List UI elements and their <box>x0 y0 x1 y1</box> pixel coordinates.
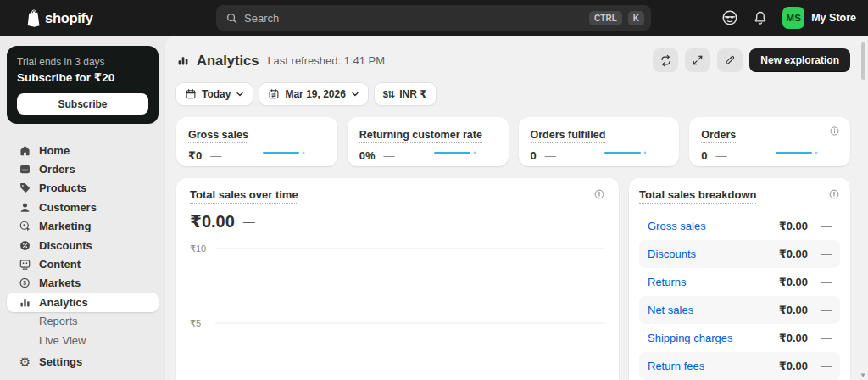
subscribe-button[interactable]: Subscribe <box>17 93 148 115</box>
shortcut-k-key: K <box>628 11 644 25</box>
sidebar-item-products[interactable]: Products <box>7 179 159 198</box>
y-axis-tick: ₹5 <box>190 318 215 329</box>
sidebar-item-analytics[interactable]: Analytics <box>7 293 159 311</box>
search-icon <box>225 12 238 25</box>
sparkline-chart <box>776 147 821 155</box>
notifications-bell-icon[interactable] <box>753 10 768 25</box>
metric-title-link[interactable]: Gross sales <box>188 129 248 143</box>
sidebar-item-label: Reports <box>39 315 78 327</box>
breakdown-row-shipping-charges: Shipping charges ₹0.00 — <box>639 324 840 352</box>
products-tag-icon <box>19 182 31 194</box>
sidebar-item-live-view[interactable]: Live View <box>7 331 159 349</box>
breakdown-value: ₹0.00 <box>759 276 808 288</box>
sidebar-item-marketing[interactable]: Marketing <box>7 217 159 236</box>
sidebar-item-orders[interactable]: Orders <box>7 159 159 178</box>
content-media-icon <box>19 258 31 271</box>
shopify-logo[interactable]: shopify <box>24 0 93 36</box>
breakdown-row-returns: Returns ₹0.00 — <box>639 268 840 296</box>
calendar-compare-icon <box>268 88 280 100</box>
total-sales-breakdown-card: Total sales breakdown Gross sales ₹0.00 … <box>629 178 850 380</box>
breakdown-label-link[interactable]: Return fees <box>648 360 759 372</box>
metric-value: ₹0 <box>188 149 202 162</box>
breakdown-label-link[interactable]: Shipping charges <box>648 332 759 344</box>
metric-card-returning-customer-rate: Returning customer rate 0% — <box>348 117 509 166</box>
sidebar-item-markets[interactable]: $ Markets <box>7 274 159 293</box>
breakdown-row-return-fees: Return fees ₹0.00 — <box>639 352 840 380</box>
breakdown-delta: — <box>808 276 832 288</box>
breakdown-value: ₹0.00 <box>759 304 808 316</box>
date-range-picker[interactable]: Today <box>176 83 253 105</box>
refresh-icon <box>659 54 672 67</box>
currency-label: INR ₹ <box>399 88 426 100</box>
sidebar-item-customers[interactable]: Customers <box>7 198 159 216</box>
sparkline-chart <box>434 147 480 155</box>
metric-delta: — <box>384 149 395 162</box>
metric-title-link[interactable]: Returning customer rate <box>359 129 482 143</box>
breakdown-label-link[interactable]: Discounts <box>648 248 759 260</box>
total-sales-over-time-card: Total sales over time ₹0.00 — ₹10 ₹5 ₹0 <box>176 178 619 380</box>
analytics-bars-icon <box>19 296 31 309</box>
sidebar-item-settings[interactable]: ⚙ Settings <box>7 353 159 372</box>
markets-globe-icon: $ <box>19 277 31 289</box>
topbar: shopify CTRL K MS My Store <box>0 0 868 36</box>
chevron-down-icon <box>351 90 359 98</box>
compare-date-picker[interactable]: Mar 19, 2026 <box>259 83 367 105</box>
info-icon[interactable] <box>593 188 605 200</box>
sidebar: Trial ends in 3 days Subscribe for ₹20 S… <box>0 36 165 380</box>
sidebar-item-home[interactable]: Home <box>7 141 159 159</box>
breakdown-table: Gross sales ₹0.00 — Discounts ₹0.00 — Re… <box>639 212 840 380</box>
date-range-label: Today <box>202 88 231 100</box>
sidebar-item-content[interactable]: Content <box>7 254 159 273</box>
main-content: Analytics Last refreshed: 1:41 PM New ex… <box>165 36 868 380</box>
breakdown-row-discounts: Discounts ₹0.00 — <box>639 240 840 268</box>
sidebar-item-reports[interactable]: Reports <box>7 312 159 331</box>
sparkline-chart <box>604 147 650 155</box>
expand-button[interactable] <box>685 48 710 72</box>
metric-card-orders-fulfilled: Orders fulfilled 0 — <box>519 117 680 166</box>
scrollbar-down-arrow[interactable]: ▼ <box>860 372 866 379</box>
marketing-target-icon <box>19 220 31 232</box>
breakdown-title-link[interactable]: Total sales breakdown <box>639 188 756 204</box>
breakdown-label-link[interactable]: Gross sales <box>648 220 759 232</box>
refresh-button[interactable] <box>653 48 678 72</box>
breakdown-label-link[interactable]: Net sales <box>648 304 759 316</box>
shopify-bag-icon <box>24 8 40 27</box>
currency-selector[interactable]: $⇅ INR ₹ <box>375 83 436 105</box>
new-exploration-button[interactable]: New exploration <box>749 48 850 72</box>
sidebar-item-discounts[interactable]: Discounts <box>7 236 159 254</box>
search-input[interactable] <box>244 12 583 25</box>
edit-button[interactable] <box>717 48 743 72</box>
currency-convert-icon: $⇅ <box>383 89 394 100</box>
expand-icon <box>692 54 704 66</box>
sidebar-item-label: Orders <box>39 163 75 176</box>
subscribe-offer-text: Subscribe for ₹20 <box>17 70 148 84</box>
store-menu[interactable]: MS My Store <box>782 7 856 29</box>
metric-value: 0 <box>531 149 537 162</box>
sidebar-item-label: Settings <box>39 355 82 368</box>
trial-ends-text: Trial ends in 3 days <box>17 56 148 68</box>
chart-delta: — <box>243 215 255 228</box>
gridline <box>215 323 604 324</box>
line-chart-plot: ₹10 ₹5 ₹0 <box>190 249 605 380</box>
metric-card-gross-sales: Gross sales ₹0 — <box>176 117 337 166</box>
breakdown-label-link[interactable]: Returns <box>648 276 759 288</box>
trial-banner: Trial ends in 3 days Subscribe for ₹20 S… <box>7 46 159 124</box>
metric-title-link[interactable]: Orders fulfilled <box>531 129 606 143</box>
chart-title-link[interactable]: Total sales over time <box>190 188 298 204</box>
sidekick-icon[interactable] <box>721 9 738 26</box>
breakdown-delta: — <box>808 248 832 260</box>
customers-icon <box>19 201 31 214</box>
sidebar-item-label: Discounts <box>39 239 92 252</box>
svg-text:$: $ <box>23 280 26 287</box>
vertical-scrollbar[interactable] <box>861 42 865 80</box>
pencil-icon <box>724 54 736 66</box>
metric-title-link[interactable]: Orders <box>701 129 736 143</box>
metric-card-orders: Orders 0 — <box>689 117 850 166</box>
page-header: Analytics Last refreshed: 1:41 PM New ex… <box>176 48 850 73</box>
global-search[interactable]: CTRL K <box>216 5 651 31</box>
y-axis-tick: ₹10 <box>190 243 215 254</box>
metric-delta: — <box>715 149 726 162</box>
info-icon[interactable] <box>828 188 840 200</box>
metric-delta: — <box>545 149 556 162</box>
info-icon[interactable] <box>829 126 840 137</box>
